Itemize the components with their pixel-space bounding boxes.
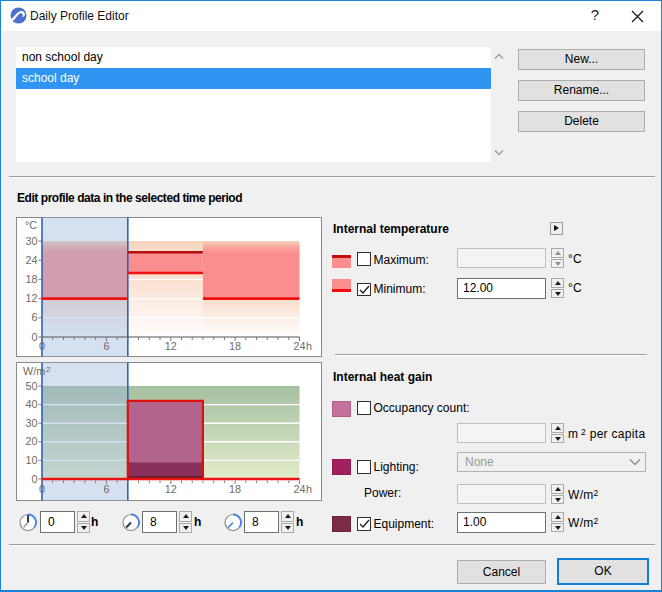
svg-text:°C: °C	[25, 219, 37, 231]
svg-text:0: 0	[31, 331, 37, 343]
svg-text:30: 30	[25, 417, 37, 429]
svg-text:18: 18	[25, 273, 37, 285]
svg-text:50: 50	[25, 380, 37, 392]
svg-text:h: h	[306, 340, 312, 352]
svg-text:12: 12	[165, 483, 177, 495]
svg-text:40: 40	[25, 398, 37, 410]
svg-text:24: 24	[25, 254, 37, 266]
svg-text:12: 12	[165, 340, 177, 352]
svg-text:6: 6	[103, 340, 109, 352]
svg-text:2: 2	[46, 365, 51, 374]
svg-text:18: 18	[229, 483, 241, 495]
svg-text:24: 24	[293, 340, 305, 352]
svg-text:0: 0	[31, 473, 37, 485]
svg-text:24: 24	[293, 483, 305, 495]
svg-text:30: 30	[25, 235, 37, 247]
svg-text:6: 6	[103, 483, 109, 495]
svg-text:12: 12	[25, 292, 37, 304]
svg-text:W/m: W/m	[23, 365, 45, 377]
svg-text:20: 20	[25, 435, 37, 447]
svg-text:6: 6	[31, 311, 37, 323]
svg-text:0: 0	[39, 483, 45, 495]
svg-text:h: h	[306, 483, 312, 495]
svg-text:10: 10	[25, 454, 37, 466]
svg-text:18: 18	[229, 340, 241, 352]
svg-text:0: 0	[39, 340, 45, 352]
